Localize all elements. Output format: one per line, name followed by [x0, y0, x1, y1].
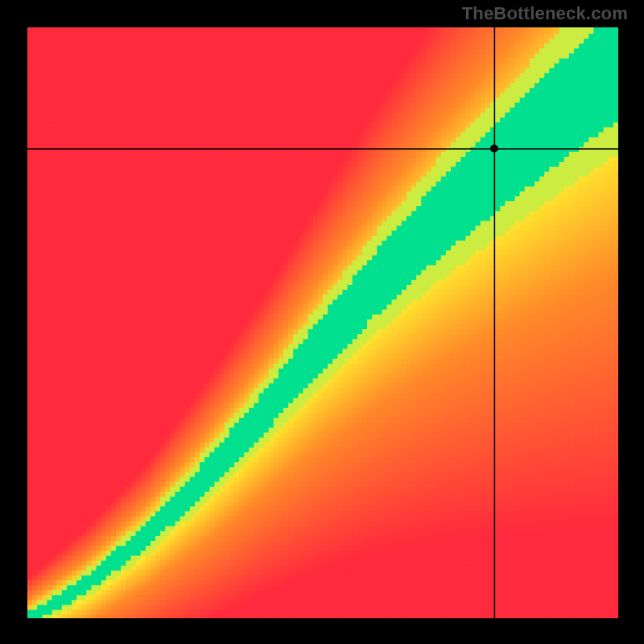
watermark-text: TheBottleneck.com — [462, 3, 628, 24]
chart-frame: TheBottleneck.com — [0, 0, 644, 644]
bottleneck-heatmap — [27, 27, 618, 618]
